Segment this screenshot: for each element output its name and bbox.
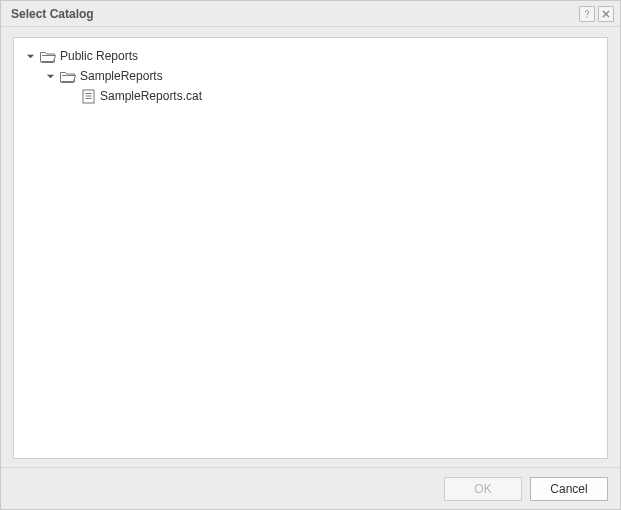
- close-icon: [601, 9, 611, 19]
- select-catalog-dialog: Select Catalog: [0, 0, 621, 510]
- tree-node-public-reports[interactable]: Public Reports: [24, 46, 601, 66]
- help-button[interactable]: [579, 6, 595, 22]
- dialog-body: Public Reports: [1, 27, 620, 467]
- tree-node-label: SampleReports.cat: [100, 89, 202, 103]
- catalog-tree[interactable]: Public Reports: [20, 46, 601, 106]
- ok-button[interactable]: OK: [444, 477, 522, 501]
- cancel-button[interactable]: Cancel: [530, 477, 608, 501]
- chevron-down-icon: [26, 52, 35, 61]
- titlebar: Select Catalog: [1, 1, 620, 27]
- tree-node-label: Public Reports: [60, 49, 138, 63]
- file-icon: [79, 88, 97, 104]
- chevron-down-icon: [46, 72, 55, 81]
- dialog-footer: OK Cancel: [1, 467, 620, 509]
- close-button[interactable]: [598, 6, 614, 22]
- help-icon: [582, 9, 592, 19]
- folder-open-icon: [39, 48, 57, 64]
- tree-panel: Public Reports: [13, 37, 608, 459]
- folder-open-icon: [59, 68, 77, 84]
- expand-toggle[interactable]: [44, 70, 56, 82]
- tree-node-file[interactable]: SampleReports.cat: [64, 86, 601, 106]
- dialog-title: Select Catalog: [11, 7, 576, 21]
- tree-node-label: SampleReports: [80, 69, 163, 83]
- tree-node-sample-reports[interactable]: SampleReports: [44, 66, 601, 86]
- expand-toggle[interactable]: [24, 50, 36, 62]
